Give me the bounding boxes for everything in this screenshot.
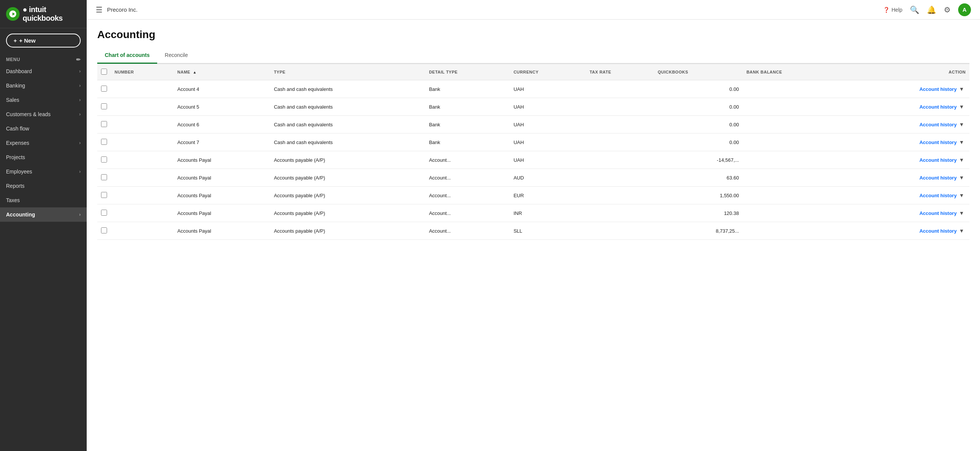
- row-quickbooks-0: 0.00: [654, 80, 743, 98]
- row-tax-rate-3: [586, 134, 654, 151]
- action-dropdown-btn-5[interactable]: ▼: [958, 174, 966, 182]
- row-detail-type-7: Account...: [425, 204, 510, 222]
- chevron-icon-employees: ›: [79, 169, 81, 174]
- sidebar-item-expenses[interactable]: Expenses›: [0, 136, 87, 150]
- row-number-0: [111, 80, 174, 98]
- account-history-link-6[interactable]: Account history: [919, 193, 957, 198]
- tab-chart-of-accounts[interactable]: Chart of accounts: [97, 48, 157, 64]
- action-dropdown-btn-2[interactable]: ▼: [958, 121, 966, 128]
- main-content: ☰ Precoro Inc. ❓ Help 🔍 🔔 ⚙ A Accounting…: [87, 0, 980, 451]
- account-history-link-0[interactable]: Account history: [919, 86, 957, 92]
- table-row: Account 5 Cash and cash equivalents Bank…: [97, 98, 969, 116]
- row-checkbox-0[interactable]: [101, 86, 107, 92]
- row-tax-rate-0: [586, 80, 654, 98]
- account-history-link-3[interactable]: Account history: [919, 140, 957, 145]
- row-checkbox-cell-1: [97, 98, 111, 116]
- action-dropdown-btn-8[interactable]: ▼: [958, 227, 966, 234]
- account-history-link-4[interactable]: Account history: [919, 157, 957, 163]
- row-checkbox-cell-8: [97, 222, 111, 240]
- company-name: Precoro Inc.: [107, 6, 883, 13]
- table-row: Account 7 Cash and cash equivalents Bank…: [97, 134, 969, 151]
- chevron-icon-sales: ›: [79, 97, 81, 102]
- row-tax-rate-8: [586, 222, 654, 240]
- menu-hamburger-icon[interactable]: ☰: [96, 5, 102, 14]
- sidebar-item-projects[interactable]: Projects: [0, 150, 87, 164]
- row-quickbooks-5: 63.60: [654, 169, 743, 186]
- sidebar-item-taxes[interactable]: Taxes: [0, 193, 87, 207]
- account-history-link-8[interactable]: Account history: [919, 228, 957, 234]
- col-tax-rate: TAX RATE: [586, 64, 654, 80]
- row-checkbox-6[interactable]: [101, 192, 107, 198]
- avatar[interactable]: A: [958, 3, 971, 16]
- col-detail-type: DETAIL TYPE: [425, 64, 510, 80]
- action-dropdown-btn-6[interactable]: ▼: [958, 191, 966, 199]
- row-detail-type-8: Account...: [425, 222, 510, 240]
- row-checkbox-5[interactable]: [101, 174, 107, 180]
- action-dropdown-btn-3[interactable]: ▼: [958, 139, 966, 146]
- row-action-5: Account history ▼: [843, 169, 969, 186]
- action-dropdown-btn-4[interactable]: ▼: [958, 156, 966, 164]
- sidebar-item-label-dashboard: Dashboard: [6, 68, 32, 74]
- sidebar-item-label-expenses: Expenses: [6, 140, 29, 146]
- search-icon[interactable]: 🔍: [910, 5, 919, 14]
- row-name-6: Accounts Payal: [174, 186, 270, 204]
- account-history-link-1[interactable]: Account history: [919, 104, 957, 110]
- settings-icon[interactable]: ⚙: [944, 5, 951, 14]
- row-tax-rate-1: [586, 98, 654, 116]
- row-name-8: Accounts Payal: [174, 222, 270, 240]
- tab-reconcile[interactable]: Reconcile: [157, 48, 195, 64]
- sidebar: ● intuit quickbooks + + New MENU ✏ Dashb…: [0, 0, 87, 451]
- sidebar-item-reports[interactable]: Reports: [0, 179, 87, 193]
- row-action-0: Account history ▼: [843, 80, 969, 98]
- sidebar-item-employees[interactable]: Employees›: [0, 164, 87, 179]
- col-quickbooks: QUICKBOOKS: [654, 64, 743, 80]
- action-dropdown-btn-7[interactable]: ▼: [958, 209, 966, 217]
- sidebar-item-cash-flow[interactable]: Cash flow: [0, 121, 87, 136]
- sidebar-item-customers-leads[interactable]: Customers & leads›: [0, 107, 87, 121]
- table-row: Account 6 Cash and cash equivalents Bank…: [97, 116, 969, 134]
- row-currency-4: UAH: [510, 151, 586, 169]
- row-quickbooks-1: 0.00: [654, 98, 743, 116]
- action-dropdown-btn-1[interactable]: ▼: [958, 103, 966, 110]
- row-tax-rate-5: [586, 169, 654, 186]
- col-type: TYPE: [270, 64, 425, 80]
- row-checkbox-8[interactable]: [101, 227, 107, 233]
- row-checkbox-7[interactable]: [101, 210, 107, 216]
- chevron-icon-expenses: ›: [79, 140, 81, 145]
- sidebar-item-accounting[interactable]: Accounting›: [0, 207, 87, 222]
- row-bank-balance-2: [743, 116, 843, 134]
- page-content: Accounting Chart of accountsReconcile NU…: [87, 20, 980, 451]
- table-row: Accounts Payal Accounts payable (A/P) Ac…: [97, 186, 969, 204]
- row-checkbox-2[interactable]: [101, 121, 107, 127]
- account-history-link-7[interactable]: Account history: [919, 210, 957, 216]
- row-type-4: Accounts payable (A/P): [270, 151, 425, 169]
- row-checkbox-1[interactable]: [101, 103, 107, 109]
- notification-icon[interactable]: 🔔: [927, 5, 936, 14]
- row-checkbox-cell-3: [97, 134, 111, 151]
- col-name[interactable]: NAME ▲: [174, 64, 270, 80]
- topbar: ☰ Precoro Inc. ❓ Help 🔍 🔔 ⚙ A: [87, 0, 980, 20]
- row-type-0: Cash and cash equivalents: [270, 80, 425, 98]
- row-detail-type-2: Bank: [425, 116, 510, 134]
- row-bank-balance-0: [743, 80, 843, 98]
- action-dropdown-btn-0[interactable]: ▼: [958, 85, 966, 93]
- sidebar-item-label-projects: Projects: [6, 154, 25, 160]
- row-number-1: [111, 98, 174, 116]
- row-action-4: Account history ▼: [843, 151, 969, 169]
- row-number-8: [111, 222, 174, 240]
- account-history-link-2[interactable]: Account history: [919, 122, 957, 127]
- row-checkbox-4[interactable]: [101, 156, 107, 163]
- sidebar-item-banking[interactable]: Banking›: [0, 78, 87, 93]
- new-button[interactable]: + + New: [6, 33, 81, 48]
- row-checkbox-3[interactable]: [101, 139, 107, 145]
- row-detail-type-1: Bank: [425, 98, 510, 116]
- row-checkbox-cell-4: [97, 151, 111, 169]
- sidebar-item-sales[interactable]: Sales›: [0, 93, 87, 107]
- select-all-checkbox[interactable]: [101, 69, 107, 75]
- edit-icon[interactable]: ✏: [76, 57, 81, 62]
- row-type-5: Accounts payable (A/P): [270, 169, 425, 186]
- sidebar-item-dashboard[interactable]: Dashboard›: [0, 64, 87, 78]
- row-quickbooks-2: 0.00: [654, 116, 743, 134]
- help-button[interactable]: ❓ Help: [883, 7, 902, 13]
- account-history-link-5[interactable]: Account history: [919, 175, 957, 181]
